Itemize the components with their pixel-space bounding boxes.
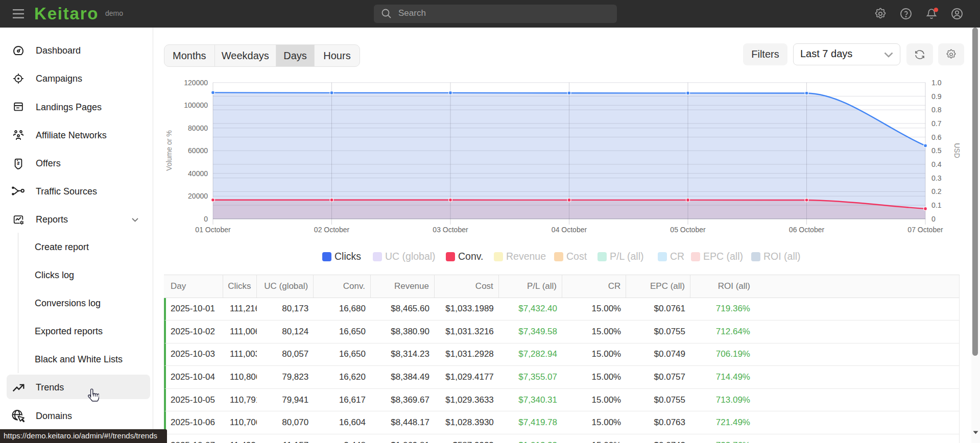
svg-text:0: 0 [931, 215, 936, 223]
svg-text:100000: 100000 [184, 101, 208, 109]
svg-text:0.1: 0.1 [931, 201, 942, 209]
svg-text:Volume or %: Volume or % [165, 130, 173, 170]
svg-text:1.0: 1.0 [931, 79, 942, 87]
svg-text:05 October: 05 October [670, 226, 706, 234]
svg-text:0.8: 0.8 [931, 106, 942, 114]
svg-text:0.6: 0.6 [931, 133, 942, 141]
svg-text:03 October: 03 October [433, 226, 468, 234]
svg-text:0.9: 0.9 [931, 92, 942, 101]
svg-text:01 October: 01 October [195, 226, 231, 234]
svg-text:02 October: 02 October [314, 226, 350, 234]
svg-text:0.5: 0.5 [931, 146, 942, 155]
svg-text:0.4: 0.4 [931, 160, 942, 168]
svg-text:$: $ [16, 161, 20, 166]
svg-text:20000: 20000 [188, 192, 208, 200]
svg-text:04 October: 04 October [552, 226, 587, 234]
svg-text:0.3: 0.3 [931, 174, 942, 182]
svg-text:120000: 120000 [184, 79, 208, 87]
svg-text:06 October: 06 October [789, 226, 825, 234]
svg-text:07 October: 07 October [907, 226, 943, 234]
svg-text:60000: 60000 [188, 146, 208, 155]
svg-text:0.7: 0.7 [931, 119, 942, 128]
svg-text:0.2: 0.2 [931, 187, 942, 195]
svg-text:80000: 80000 [188, 124, 208, 132]
svg-text:40000: 40000 [188, 169, 208, 178]
svg-text:USD: USD [953, 143, 961, 158]
svg-text:0: 0 [204, 215, 208, 223]
